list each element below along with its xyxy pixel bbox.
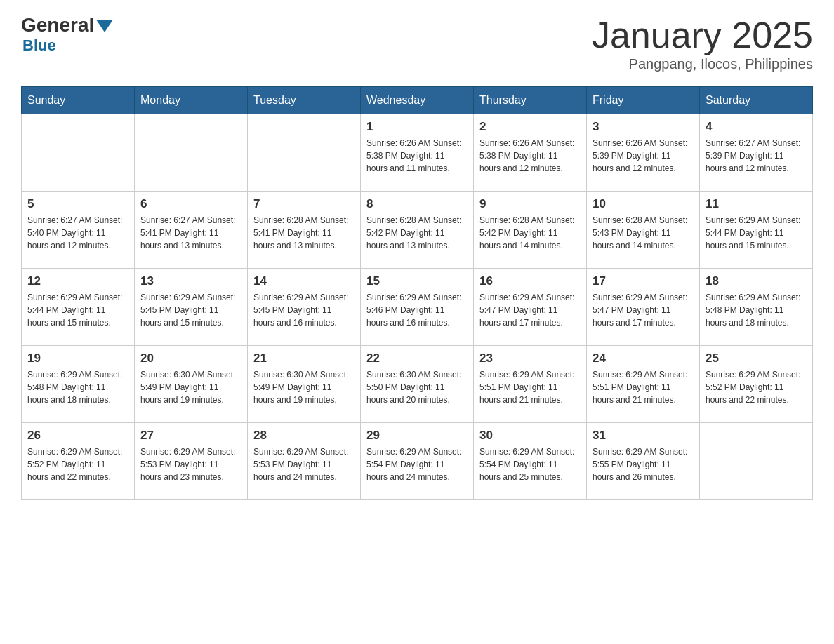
day-number: 20 — [140, 351, 241, 365]
day-info: Sunrise: 6:29 AM Sunset: 5:48 PM Dayligh… — [27, 368, 128, 406]
calendar-cell: 3Sunrise: 6:26 AM Sunset: 5:39 PM Daylig… — [587, 114, 700, 192]
day-number: 2 — [479, 120, 581, 134]
day-header-tuesday: Tuesday — [248, 87, 361, 114]
day-number: 1 — [366, 120, 468, 134]
day-info: Sunrise: 6:30 AM Sunset: 5:50 PM Dayligh… — [366, 368, 468, 406]
day-number: 27 — [140, 429, 241, 443]
day-header-wednesday: Wednesday — [361, 87, 474, 114]
calendar-cell — [22, 114, 135, 192]
day-number: 21 — [253, 351, 355, 365]
day-header-saturday: Saturday — [700, 87, 813, 114]
day-number: 7 — [253, 197, 355, 211]
day-number: 17 — [593, 274, 694, 288]
calendar-table: SundayMondayTuesdayWednesdayThursdayFrid… — [21, 86, 813, 500]
calendar-cell: 17Sunrise: 6:29 AM Sunset: 5:47 PM Dayli… — [587, 269, 700, 346]
day-info: Sunrise: 6:28 AM Sunset: 5:41 PM Dayligh… — [253, 214, 355, 252]
day-info: Sunrise: 6:29 AM Sunset: 5:54 PM Dayligh… — [479, 445, 581, 483]
day-info: Sunrise: 6:29 AM Sunset: 5:47 PM Dayligh… — [479, 291, 581, 329]
calendar-cell: 4Sunrise: 6:27 AM Sunset: 5:39 PM Daylig… — [700, 114, 813, 192]
day-info: Sunrise: 6:29 AM Sunset: 5:55 PM Dayligh… — [593, 445, 694, 483]
day-info: Sunrise: 6:29 AM Sunset: 5:44 PM Dayligh… — [27, 291, 128, 329]
day-info: Sunrise: 6:29 AM Sunset: 5:51 PM Dayligh… — [593, 368, 694, 406]
day-info: Sunrise: 6:29 AM Sunset: 5:47 PM Dayligh… — [593, 291, 694, 329]
day-info: Sunrise: 6:28 AM Sunset: 5:43 PM Dayligh… — [593, 214, 694, 252]
day-info: Sunrise: 6:29 AM Sunset: 5:51 PM Dayligh… — [479, 368, 581, 406]
day-info: Sunrise: 6:27 AM Sunset: 5:41 PM Dayligh… — [140, 214, 241, 252]
day-info: Sunrise: 6:30 AM Sunset: 5:49 PM Dayligh… — [140, 368, 241, 406]
day-number: 3 — [593, 120, 694, 134]
calendar-cell: 21Sunrise: 6:30 AM Sunset: 5:49 PM Dayli… — [248, 346, 361, 423]
day-info: Sunrise: 6:29 AM Sunset: 5:45 PM Dayligh… — [140, 291, 241, 329]
day-number: 23 — [479, 351, 581, 365]
day-info: Sunrise: 6:27 AM Sunset: 5:40 PM Dayligh… — [27, 214, 128, 252]
day-info: Sunrise: 6:29 AM Sunset: 5:54 PM Dayligh… — [366, 445, 468, 483]
logo-arrow-icon — [96, 20, 113, 32]
calendar-cell: 22Sunrise: 6:30 AM Sunset: 5:50 PM Dayli… — [361, 346, 474, 423]
day-number: 26 — [27, 429, 128, 443]
day-info: Sunrise: 6:29 AM Sunset: 5:48 PM Dayligh… — [706, 291, 807, 329]
calendar-cell: 28Sunrise: 6:29 AM Sunset: 5:53 PM Dayli… — [248, 423, 361, 500]
calendar-cell: 13Sunrise: 6:29 AM Sunset: 5:45 PM Dayli… — [135, 269, 248, 346]
day-number: 6 — [140, 197, 241, 211]
week-row-5: 26Sunrise: 6:29 AM Sunset: 5:52 PM Dayli… — [22, 423, 813, 500]
calendar-cell: 20Sunrise: 6:30 AM Sunset: 5:49 PM Dayli… — [135, 346, 248, 423]
title-section: January 2025 Pangpang, Ilocos, Philippin… — [592, 14, 813, 72]
week-row-2: 5Sunrise: 6:27 AM Sunset: 5:40 PM Daylig… — [22, 192, 813, 269]
calendar-cell: 29Sunrise: 6:29 AM Sunset: 5:54 PM Dayli… — [361, 423, 474, 500]
day-info: Sunrise: 6:27 AM Sunset: 5:39 PM Dayligh… — [706, 137, 807, 175]
day-number: 19 — [27, 351, 128, 365]
day-number: 9 — [479, 197, 581, 211]
day-number: 14 — [253, 274, 355, 288]
calendar-cell: 7Sunrise: 6:28 AM Sunset: 5:41 PM Daylig… — [248, 192, 361, 269]
day-info: Sunrise: 6:29 AM Sunset: 5:52 PM Dayligh… — [706, 368, 807, 406]
day-info: Sunrise: 6:29 AM Sunset: 5:52 PM Dayligh… — [27, 445, 128, 483]
day-info: Sunrise: 6:29 AM Sunset: 5:53 PM Dayligh… — [253, 445, 355, 483]
month-title: January 2025 — [592, 14, 813, 56]
day-number: 4 — [706, 120, 807, 134]
logo-text: General — [21, 14, 113, 36]
calendar-cell: 9Sunrise: 6:28 AM Sunset: 5:42 PM Daylig… — [474, 192, 587, 269]
calendar-cell: 26Sunrise: 6:29 AM Sunset: 5:52 PM Dayli… — [22, 423, 135, 500]
week-row-3: 12Sunrise: 6:29 AM Sunset: 5:44 PM Dayli… — [22, 269, 813, 346]
day-info: Sunrise: 6:29 AM Sunset: 5:46 PM Dayligh… — [366, 291, 468, 329]
calendar-cell: 1Sunrise: 6:26 AM Sunset: 5:38 PM Daylig… — [361, 114, 474, 192]
logo-blue-text: Blue — [21, 36, 113, 55]
calendar-cell: 14Sunrise: 6:29 AM Sunset: 5:45 PM Dayli… — [248, 269, 361, 346]
calendar-cell: 27Sunrise: 6:29 AM Sunset: 5:53 PM Dayli… — [135, 423, 248, 500]
day-header-sunday: Sunday — [22, 87, 135, 114]
calendar-cell: 24Sunrise: 6:29 AM Sunset: 5:51 PM Dayli… — [587, 346, 700, 423]
day-number: 13 — [140, 274, 241, 288]
calendar-cell: 11Sunrise: 6:29 AM Sunset: 5:44 PM Dayli… — [700, 192, 813, 269]
page-header: General Blue January 2025 Pangpang, Iloc… — [21, 14, 813, 72]
calendar-cell: 2Sunrise: 6:26 AM Sunset: 5:38 PM Daylig… — [474, 114, 587, 192]
day-number: 5 — [27, 197, 128, 211]
day-number: 12 — [27, 274, 128, 288]
day-number: 25 — [706, 351, 807, 365]
day-info: Sunrise: 6:29 AM Sunset: 5:45 PM Dayligh… — [253, 291, 355, 329]
calendar-header: SundayMondayTuesdayWednesdayThursdayFrid… — [22, 87, 813, 114]
week-row-1: 1Sunrise: 6:26 AM Sunset: 5:38 PM Daylig… — [22, 114, 813, 192]
day-number: 11 — [706, 197, 807, 211]
day-header-monday: Monday — [135, 87, 248, 114]
day-number: 8 — [366, 197, 468, 211]
logo: General Blue — [21, 14, 113, 55]
calendar-cell: 23Sunrise: 6:29 AM Sunset: 5:51 PM Dayli… — [474, 346, 587, 423]
calendar-cell: 12Sunrise: 6:29 AM Sunset: 5:44 PM Dayli… — [22, 269, 135, 346]
day-header-thursday: Thursday — [474, 87, 587, 114]
calendar-cell — [135, 114, 248, 192]
day-info: Sunrise: 6:26 AM Sunset: 5:38 PM Dayligh… — [479, 137, 581, 175]
logo-general: General — [21, 14, 94, 36]
day-number: 16 — [479, 274, 581, 288]
day-info: Sunrise: 6:26 AM Sunset: 5:38 PM Dayligh… — [366, 137, 468, 175]
day-number: 28 — [253, 429, 355, 443]
day-info: Sunrise: 6:29 AM Sunset: 5:53 PM Dayligh… — [140, 445, 241, 483]
day-info: Sunrise: 6:29 AM Sunset: 5:44 PM Dayligh… — [706, 214, 807, 252]
week-row-4: 19Sunrise: 6:29 AM Sunset: 5:48 PM Dayli… — [22, 346, 813, 423]
calendar-cell: 6Sunrise: 6:27 AM Sunset: 5:41 PM Daylig… — [135, 192, 248, 269]
calendar-cell: 8Sunrise: 6:28 AM Sunset: 5:42 PM Daylig… — [361, 192, 474, 269]
calendar-cell: 31Sunrise: 6:29 AM Sunset: 5:55 PM Dayli… — [587, 423, 700, 500]
day-number: 29 — [366, 429, 468, 443]
day-number: 18 — [706, 274, 807, 288]
day-number: 24 — [593, 351, 694, 365]
calendar-cell: 19Sunrise: 6:29 AM Sunset: 5:48 PM Dayli… — [22, 346, 135, 423]
